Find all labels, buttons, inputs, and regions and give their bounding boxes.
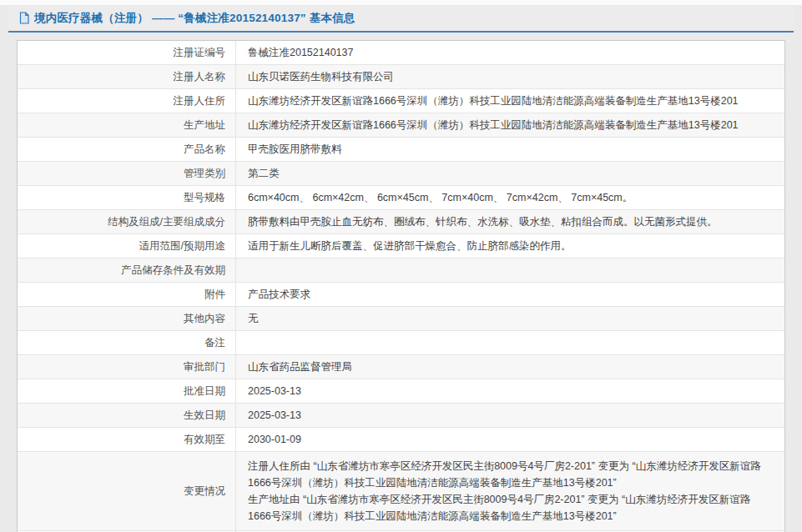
row-value: 鲁械注准20152140137 (236, 41, 784, 64)
row-value: 山东省药品监督管理局 (236, 355, 784, 379)
row-label: 产品名称 (18, 138, 236, 161)
row-label: 附件 (18, 283, 236, 306)
row-label: 注册人住所 (18, 89, 236, 113)
table-row: 生效日期 2025-03-13 (18, 404, 784, 428)
row-label: 适用范围/预期用途 (18, 234, 236, 258)
row-label: 生效日期 (18, 404, 236, 427)
table-row: 批准日期 2025-03-13 (18, 379, 784, 404)
table-row: 产品名称 甲壳胺医用脐带敷料 (18, 138, 784, 162)
row-value: 无 (236, 307, 784, 330)
page-title: 境内医疗器械（注册） —— “鲁械注准20152140137” 基本信息 (34, 11, 356, 26)
row-label: 备注 (18, 331, 236, 354)
table-row-change-history: 变更情况 注册人住所由 “山东省潍坊市寒亭区经济开发区民主街8009号4号厂房2… (18, 452, 784, 531)
row-label: 其他内容 (18, 307, 236, 330)
row-value (236, 331, 784, 354)
table-row: 管理类别 第二类 (18, 162, 784, 186)
document-icon (18, 12, 30, 24)
row-value: 第二类 (236, 162, 784, 185)
table-row: 结构及组成/主要组成成分 脐带敷料由甲壳胺止血无纺布、圈绒布、针织布、水洗标、吸… (18, 210, 784, 234)
row-label: 审批部门 (18, 355, 236, 379)
row-value: 甲壳胺医用脐带敷料 (236, 138, 784, 161)
row-label: 批准日期 (18, 379, 236, 403)
row-label: 生产地址 (18, 113, 236, 137)
row-value: 2030-01-09 (236, 428, 784, 451)
row-value: 脐带敷料由甲壳胺止血无纺布、圈绒布、针织布、水洗标、吸水垫、粘扣组合而成。以无菌… (236, 210, 784, 233)
row-value: 6cm×40cm、 6cm×42cm、 6cm×45cm、 7cm×40cm、 … (236, 186, 784, 209)
table-row: 型号规格 6cm×40cm、 6cm×42cm、 6cm×45cm、 7cm×4… (18, 186, 784, 210)
row-value: 产品技术要求 (236, 283, 784, 306)
row-label: 管理类别 (18, 162, 236, 185)
row-value: 2025-03-13 (236, 379, 784, 403)
page-header: 境内医疗器械（注册） —— “鲁械注准20152140137” 基本信息 (8, 5, 794, 33)
registration-info-table: 注册证编号 鲁械注准20152140137 注册人名称 山东贝诺医药生物科技有限… (17, 40, 785, 532)
table-row: 注册证编号 鲁械注准20152140137 (18, 41, 784, 65)
row-value: 适用于新生儿断脐后覆盖、促进脐部干燥愈合、防止脐部感染的作用。 (236, 234, 784, 258)
row-value: 山东潍坊经济开发区新谊路1666号深圳（潍坊）科技工业园陆地清洁能源高端装备制造… (236, 113, 784, 137)
table-row: 注册人住所 山东潍坊经济开发区新谊路1666号深圳（潍坊）科技工业园陆地清洁能源… (18, 89, 784, 113)
row-label: 有效期至 (18, 428, 236, 451)
row-label: 产品储存条件及有效期 (18, 258, 236, 282)
table-row: 附件 产品技术要求 (18, 283, 784, 307)
table-row: 生产地址 山东潍坊经济开发区新谊路1666号深圳（潍坊）科技工业园陆地清洁能源高… (18, 113, 784, 138)
table-row: 有效期至 2030-01-09 (18, 428, 784, 452)
row-value: 山东潍坊经济开发区新谊路1666号深圳（潍坊）科技工业园陆地清洁能源高端装备制造… (236, 89, 784, 113)
table-row: 其他内容 无 (18, 307, 784, 331)
table-row: 备注 (18, 331, 784, 355)
row-value: 山东贝诺医药生物科技有限公司 (236, 65, 784, 88)
row-value: 注册人住所由 “山东省潍坊市寒亭区经济开发区民主街8009号4号厂房2-201”… (236, 452, 784, 530)
table-row: 适用范围/预期用途 适用于新生儿断脐后覆盖、促进脐部干燥愈合、防止脐部感染的作用… (18, 234, 784, 258)
table-row: 注册人名称 山东贝诺医药生物科技有限公司 (18, 65, 784, 89)
row-label: 型号规格 (18, 186, 236, 209)
table-row: 审批部门 山东省药品监督管理局 (18, 355, 784, 379)
row-label: 变更情况 (18, 452, 236, 530)
row-label: 结构及组成/主要组成成分 (18, 210, 236, 233)
row-label: 注册人名称 (18, 65, 236, 88)
row-label: 注册证编号 (18, 41, 236, 64)
table-row: 产品储存条件及有效期 (18, 258, 784, 283)
row-value (236, 258, 784, 282)
row-value: 2025-03-13 (236, 404, 784, 427)
